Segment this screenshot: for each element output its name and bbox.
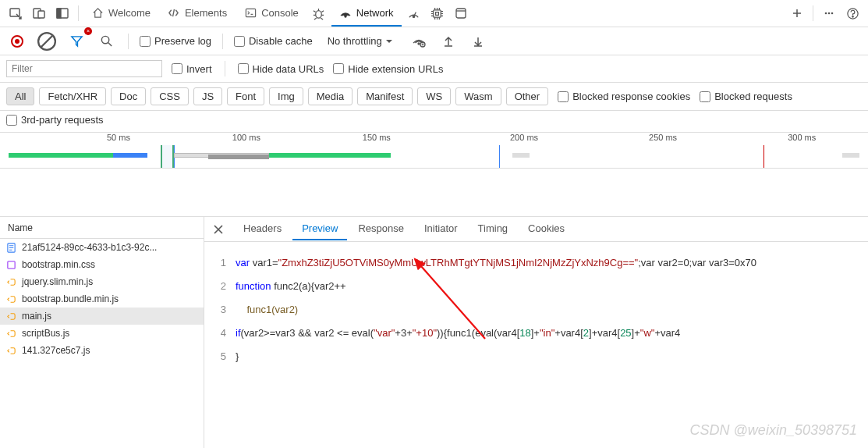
label: Hide data URLs [253, 63, 324, 75]
pill-img[interactable]: Img [269, 87, 303, 105]
home-icon [91, 6, 104, 19]
dtab-response[interactable]: Response [349, 218, 413, 240]
label: Hide extension URLs [348, 63, 443, 75]
dtab-timing[interactable]: Timing [469, 218, 518, 240]
request-row[interactable]: scriptBus.js [0, 325, 204, 342]
devtools-tabbar: Welcome Elements Console Network [0, 0, 868, 27]
request-name: 141.327ce5c7.js [22, 345, 90, 356]
tab-label: Elements [185, 7, 227, 19]
pill-js[interactable]: JS [193, 87, 222, 105]
svg-point-14 [831, 12, 834, 15]
filter-input[interactable] [6, 60, 162, 77]
filter-row-2: All Fetch/XHR Doc CSS JS Font Img Media … [0, 83, 868, 111]
pill-ws[interactable]: WS [417, 87, 451, 105]
tab-console[interactable]: Console [236, 0, 306, 27]
pill-media[interactable]: Media [308, 87, 353, 105]
request-list-panel: Name 21af5124-89cc-4633-b1c3-92c...boots… [0, 217, 204, 448]
pill-all[interactable]: All [6, 87, 34, 105]
export-har-icon[interactable] [438, 30, 459, 52]
request-name: 21af5124-89cc-4633-b1c3-92c... [22, 242, 157, 253]
tl-tick: 50 ms [107, 133, 130, 142]
tab-network[interactable]: Network [331, 0, 402, 27]
application-icon[interactable] [450, 2, 472, 24]
clear-button[interactable] [36, 30, 58, 52]
search-icon[interactable] [95, 30, 117, 52]
pill-manifest[interactable]: Manifest [357, 87, 413, 105]
hide-extension-urls-checkbox[interactable]: Hide extension URLs [333, 63, 443, 75]
console-icon [244, 6, 257, 19]
chevron-down-icon [385, 37, 393, 45]
tab-elements[interactable]: Elements [160, 0, 235, 27]
more-icon[interactable] [818, 2, 840, 24]
line-number: 5 [204, 350, 236, 362]
blocked-requests-checkbox[interactable]: Blocked requests [700, 91, 792, 102]
request-list-header[interactable]: Name [0, 217, 204, 239]
line-number: 1 [204, 257, 236, 268]
pill-wasm[interactable]: Wasm [455, 87, 501, 105]
timeline-overview[interactable]: 50 ms 100 ms 150 ms 200 ms 250 ms 300 ms [0, 133, 868, 169]
request-name: bootstrap.bundle.min.js [22, 293, 119, 304]
third-party-checkbox[interactable]: 3rd-party requests [6, 114, 862, 126]
request-row[interactable]: 141.327ce5c7.js [0, 342, 204, 359]
line-number: 4 [204, 327, 236, 339]
request-name: main.js [22, 311, 51, 322]
svg-point-19 [418, 43, 420, 44]
pill-fetchxhr[interactable]: Fetch/XHR [39, 87, 106, 105]
disable-cache-checkbox[interactable]: Disable cache [234, 35, 313, 47]
preview-code[interactable]: 1var var1="ZmxhZ3tiZjU5OTViMS0yMmUwLTRhM… [204, 242, 868, 448]
dtab-preview[interactable]: Preview [292, 218, 347, 240]
help-icon[interactable] [841, 2, 863, 24]
label: Preserve log [154, 35, 211, 47]
performance-icon[interactable] [403, 2, 425, 24]
pill-other[interactable]: Other [506, 87, 549, 105]
memory-icon[interactable] [427, 2, 448, 24]
dtab-cookies[interactable]: Cookies [519, 218, 574, 240]
throttling-dropdown[interactable]: No throttling [321, 32, 400, 51]
separator [222, 34, 223, 49]
svg-rect-2 [38, 11, 44, 18]
blocked-cookies-checkbox[interactable]: Blocked response cookies [558, 91, 690, 102]
request-row[interactable]: jquery.slim.min.js [0, 273, 204, 290]
doc-file-icon [6, 243, 17, 253]
request-row[interactable]: 21af5124-89cc-4633-b1c3-92c... [0, 239, 204, 256]
filter-toggle-button[interactable]: × [66, 30, 87, 52]
js-file-icon [6, 277, 17, 287]
filter-row-1: Invert Hide data URLs Hide extension URL… [0, 55, 868, 83]
add-tab-icon[interactable] [786, 2, 808, 24]
pill-doc[interactable]: Doc [111, 87, 146, 105]
svg-point-13 [828, 12, 831, 15]
hide-data-urls-checkbox[interactable]: Hide data URLs [238, 63, 324, 75]
invert-checkbox[interactable]: Invert [172, 63, 212, 75]
label: No throttling [328, 35, 382, 47]
network-conditions-icon[interactable] [408, 30, 430, 52]
pill-font[interactable]: Font [227, 87, 264, 105]
request-row[interactable]: main.js [0, 308, 204, 325]
tab-label: Welcome [108, 7, 151, 19]
tl-tick: 200 ms [510, 133, 538, 142]
record-button[interactable] [6, 30, 28, 52]
request-list: 21af5124-89cc-4633-b1c3-92c...bootstrap.… [0, 239, 204, 448]
import-har-icon[interactable] [467, 30, 489, 52]
dtab-headers[interactable]: Headers [234, 218, 291, 240]
label: Blocked response cookies [572, 91, 690, 102]
pill-css[interactable]: CSS [151, 87, 189, 105]
device-toolbar-icon[interactable] [28, 2, 50, 24]
tl-tick: 150 ms [363, 133, 391, 142]
separator [813, 5, 813, 21]
tab-welcome[interactable]: Welcome [83, 0, 158, 27]
request-row[interactable]: bootstrap.min.css [0, 256, 204, 273]
debugger-icon[interactable] [308, 2, 330, 24]
dock-side-icon[interactable] [51, 2, 73, 24]
dtab-initiator[interactable]: Initiator [415, 218, 467, 240]
tl-tick: 250 ms [649, 133, 677, 142]
tab-label: Network [356, 7, 394, 19]
request-row[interactable]: bootstrap.bundle.min.js [0, 290, 204, 308]
line-number: 2 [204, 280, 236, 292]
svg-point-18 [101, 36, 108, 43]
inspect-element-icon[interactable] [5, 2, 27, 24]
detail-tabs: Headers Preview Response Initiator Timin… [204, 217, 868, 242]
close-detail-button[interactable] [209, 220, 228, 239]
preserve-log-checkbox[interactable]: Preserve log [140, 35, 211, 47]
svg-rect-4 [57, 9, 61, 18]
svg-point-12 [825, 12, 827, 15]
